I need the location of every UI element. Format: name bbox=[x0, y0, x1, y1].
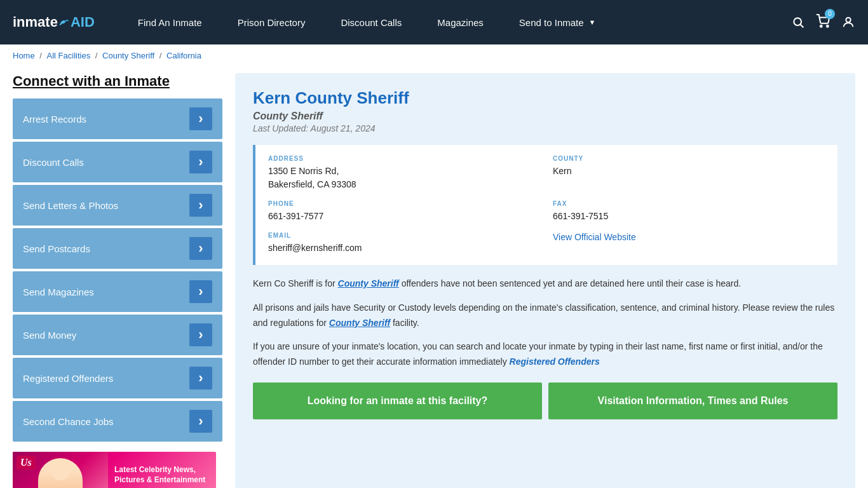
facility-email: sheriff@kernsheriff.com bbox=[268, 241, 540, 255]
ad-title: Latest Celebrity News, Pictures & Entert… bbox=[114, 465, 210, 485]
main-nav: Find An Inmate Prison Directory Discount… bbox=[120, 17, 792, 28]
sidebar-arrow-icon bbox=[189, 280, 212, 303]
nav-find-inmate[interactable]: Find An Inmate bbox=[120, 17, 220, 28]
facility-desc-2: All prisons and jails have Security or C… bbox=[253, 301, 837, 331]
email-label: EMAIL bbox=[268, 232, 540, 239]
sidebar-title: Connect with an Inmate bbox=[13, 73, 222, 90]
facility-fax-field: FAX 661-391-7515 bbox=[553, 200, 825, 223]
advertisement: Us Latest Celebrity News, Pictures & Ent… bbox=[13, 452, 216, 488]
fax-label: FAX bbox=[553, 200, 825, 207]
county-label: COUNTY bbox=[553, 155, 825, 162]
main-layout: Connect with an Inmate Arrest Records Di… bbox=[0, 67, 868, 488]
facility-updated: Last Updated: August 21, 2024 bbox=[253, 123, 837, 133]
sidebar-arrow-icon bbox=[189, 237, 212, 260]
find-inmate-button[interactable]: Looking for an inmate at this facility? bbox=[253, 383, 542, 419]
sidebar-item-send-letters-photos[interactable]: Send Letters & Photos bbox=[13, 185, 222, 226]
sidebar-item-registered-offenders[interactable]: Registered Offenders bbox=[13, 358, 222, 398]
nav-discount-calls[interactable]: Discount Calls bbox=[323, 17, 419, 28]
sidebar-item-discount-calls[interactable]: Discount Calls bbox=[13, 142, 222, 182]
facility-county: Kern bbox=[553, 165, 825, 178]
sidebar-item-send-postcards[interactable]: Send Postcards bbox=[13, 228, 222, 269]
nav-send-to-inmate[interactable]: Send to Inmate ▼ bbox=[501, 17, 614, 28]
sidebar-arrow-icon bbox=[189, 410, 212, 433]
registered-offenders-link[interactable]: Registered Offenders bbox=[510, 356, 600, 367]
visitation-info-button[interactable]: Visitation Information, Times and Rules bbox=[548, 383, 837, 419]
facility-content: Kern County Sheriff County Sheriff Last … bbox=[235, 73, 855, 488]
facility-info-box: ADDRESS 1350 E Norris Rd,Bakersfield, CA… bbox=[253, 145, 837, 265]
sidebar-item-arrest-records[interactable]: Arrest Records bbox=[13, 98, 222, 139]
facility-name: Kern County Sheriff bbox=[253, 88, 837, 108]
sidebar-arrow-icon bbox=[189, 194, 212, 217]
facility-desc-3: If you are unsure of your inmate's locat… bbox=[253, 339, 837, 370]
address-label: ADDRESS bbox=[268, 155, 540, 162]
svg-point-0 bbox=[794, 18, 801, 25]
facility-type: County Sheriff bbox=[253, 111, 837, 122]
sidebar-item-send-money[interactable]: Send Money bbox=[13, 315, 222, 355]
header-icons: 0 bbox=[792, 14, 855, 31]
sidebar-arrow-icon bbox=[189, 107, 212, 130]
cart-count: 0 bbox=[825, 9, 835, 19]
svg-point-4 bbox=[846, 18, 850, 22]
breadcrumb-home[interactable]: Home bbox=[13, 51, 35, 60]
breadcrumb-all-facilities[interactable]: All Facilities bbox=[47, 51, 91, 60]
sidebar-item-second-chance-jobs[interactable]: Second Chance Jobs bbox=[13, 401, 222, 442]
phone-label: PHONE bbox=[268, 200, 540, 207]
nav-prison-directory[interactable]: Prison Directory bbox=[220, 17, 323, 28]
ad-image: Us bbox=[13, 452, 108, 488]
search-button[interactable] bbox=[792, 16, 804, 29]
county-sheriff-link-2[interactable]: County Sheriff bbox=[329, 318, 390, 328]
sidebar-arrow-icon bbox=[189, 151, 212, 173]
facility-phone-field: PHONE 661-391-7577 bbox=[268, 200, 540, 223]
facility-website-link[interactable]: View Official Website bbox=[553, 232, 636, 242]
user-icon bbox=[841, 15, 855, 29]
facility-county-field: COUNTY Kern bbox=[553, 155, 825, 191]
sidebar-menu: Arrest Records Discount Calls Send Lette… bbox=[13, 98, 222, 442]
cart-button[interactable]: 0 bbox=[816, 14, 830, 31]
bottom-actions: Looking for an inmate at this facility? … bbox=[253, 383, 837, 419]
sidebar: Connect with an Inmate Arrest Records Di… bbox=[13, 73, 222, 488]
facility-phone: 661-391-7577 bbox=[268, 210, 540, 223]
site-header: inmateAID Find An Inmate Prison Director… bbox=[0, 0, 868, 44]
sidebar-arrow-icon bbox=[189, 367, 212, 390]
svg-point-2 bbox=[820, 25, 822, 27]
sidebar-item-send-magazines[interactable]: Send Magazines bbox=[13, 271, 222, 312]
nav-magazines[interactable]: Magazines bbox=[419, 17, 501, 28]
logo-text: inmateAID bbox=[13, 14, 95, 30]
facility-website-field: View Official Website bbox=[553, 232, 825, 255]
facility-email-field: EMAIL sheriff@kernsheriff.com bbox=[268, 232, 540, 255]
svg-line-1 bbox=[801, 25, 804, 28]
breadcrumb-county-sheriff[interactable]: County Sheriff bbox=[102, 51, 154, 60]
sidebar-arrow-icon bbox=[189, 323, 212, 346]
facility-desc-1: Kern Co Sheriff is for County Sheriff of… bbox=[253, 276, 837, 292]
facility-address: 1350 E Norris Rd,Bakersfield, CA 93308 bbox=[268, 165, 540, 191]
user-button[interactable] bbox=[841, 15, 855, 29]
facility-fax: 661-391-7515 bbox=[553, 210, 825, 223]
dropdown-arrow-icon: ▼ bbox=[589, 18, 596, 26]
ad-text-area: Latest Celebrity News, Pictures & Entert… bbox=[108, 459, 216, 488]
breadcrumb: Home / All Facilities / County Sheriff /… bbox=[0, 44, 868, 67]
search-icon bbox=[792, 16, 804, 29]
logo[interactable]: inmateAID bbox=[13, 14, 95, 30]
facility-address-field: ADDRESS 1350 E Norris Rd,Bakersfield, CA… bbox=[268, 155, 540, 191]
svg-point-3 bbox=[827, 25, 829, 27]
breadcrumb-california[interactable]: California bbox=[166, 51, 201, 60]
county-sheriff-link-1[interactable]: County Sheriff bbox=[338, 278, 399, 288]
